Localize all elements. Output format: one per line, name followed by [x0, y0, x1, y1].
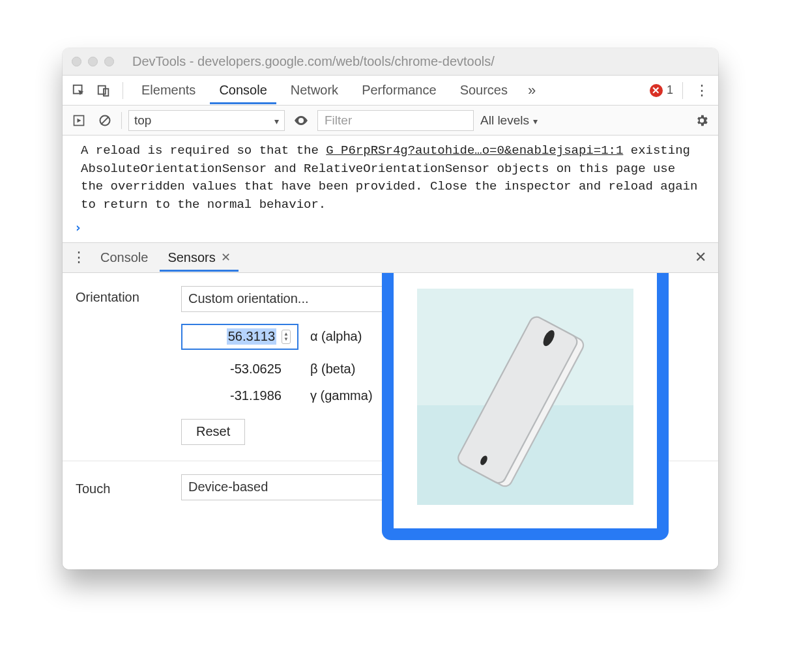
error-count: 1: [667, 83, 673, 97]
drawer: ⋮ Console Sensors ✕ ✕ Orientation Custom…: [63, 242, 718, 569]
chevron-down-icon: [274, 113, 279, 128]
error-badge[interactable]: ✕ 1: [650, 83, 673, 97]
drawer-tab-sensors[interactable]: Sensors ✕: [160, 244, 238, 272]
orientation-preview[interactable]: [417, 289, 633, 505]
console-output: A reload is required so that the G P6rpR…: [63, 136, 718, 242]
touch-select[interactable]: Device-based: [181, 474, 416, 500]
traffic-lights: [72, 57, 114, 66]
tab-elements[interactable]: Elements: [132, 76, 205, 104]
reset-button[interactable]: Reset: [181, 419, 245, 445]
drawer-tab-sensors-label: Sensors: [167, 250, 215, 265]
execute-icon[interactable]: [69, 111, 89, 130]
touch-value: Device-based: [188, 479, 268, 494]
divider: [682, 82, 683, 99]
tab-network[interactable]: Network: [282, 76, 347, 104]
live-expression-eye-icon[interactable]: [291, 111, 311, 130]
levels-label: All levels: [480, 113, 529, 128]
alpha-label: α (alpha): [310, 329, 362, 344]
touch-label: Touch: [76, 478, 167, 496]
log-levels-select[interactable]: All levels: [480, 113, 538, 128]
main-tabstrip: Elements Console Network Performance Sou…: [63, 76, 718, 106]
svg-line-5: [101, 117, 109, 124]
context-select[interactable]: top: [128, 110, 285, 131]
divider: [123, 82, 123, 99]
beta-label: β (beta): [310, 362, 355, 377]
console-message: A reload is required so that the G P6rpR…: [63, 139, 718, 216]
orientation-preset-value: Custom orientation...: [188, 291, 309, 306]
drawer-close-icon[interactable]: ✕: [695, 249, 706, 266]
traffic-min-icon[interactable]: [88, 57, 98, 66]
traffic-max-icon[interactable]: [104, 57, 114, 66]
settings-gear-icon[interactable]: [692, 111, 712, 130]
svg-rect-1: [98, 85, 106, 94]
devtools-window: DevTools - developers.google.com/web/too…: [63, 48, 718, 569]
orientation-label: Orientation: [76, 286, 167, 305]
msg-source-link[interactable]: G P6rpRSr4g?autohide…o=0&enablejsapi=1:1: [326, 143, 623, 158]
phone-model-icon[interactable]: [417, 289, 633, 505]
clear-console-icon[interactable]: [95, 111, 115, 130]
orientation-preview-highlight: [382, 273, 669, 540]
tab-console[interactable]: Console: [210, 76, 276, 104]
device-toggle-icon[interactable]: [94, 81, 113, 100]
divider: [121, 112, 122, 129]
console-prompt[interactable]: ›: [63, 216, 718, 242]
drawer-tab-console[interactable]: Console: [93, 244, 156, 272]
console-toolbar: top All levels: [63, 106, 718, 136]
close-icon[interactable]: ✕: [221, 250, 231, 265]
error-icon: ✕: [650, 84, 663, 97]
orientation-section: Orientation Custom orientation... 56.311…: [63, 273, 718, 461]
tab-performance[interactable]: Performance: [353, 76, 446, 104]
sensors-panel: Orientation Custom orientation... 56.311…: [63, 273, 718, 569]
gamma-input[interactable]: -31.1986: [181, 388, 298, 403]
kebab-menu-icon[interactable]: ⋮: [692, 81, 712, 100]
orientation-preset-select[interactable]: Custom orientation...: [181, 286, 416, 312]
tab-sources[interactable]: Sources: [451, 76, 517, 104]
filter-input[interactable]: [317, 110, 474, 131]
alpha-input[interactable]: 56.3113 ▲▼: [181, 324, 298, 350]
alpha-value: 56.3113: [227, 328, 276, 345]
inspect-icon[interactable]: [69, 81, 89, 100]
gamma-label: γ (gamma): [310, 388, 373, 403]
window-title: DevTools - developers.google.com/web/too…: [121, 54, 709, 69]
stepper-icon[interactable]: ▲▼: [282, 330, 291, 344]
traffic-close-icon[interactable]: [72, 57, 81, 66]
drawer-tabstrip: ⋮ Console Sensors ✕ ✕: [63, 243, 718, 273]
window-titlebar: DevTools - developers.google.com/web/too…: [63, 48, 718, 76]
beta-input[interactable]: -53.0625: [181, 362, 298, 377]
drawer-kebab-icon[interactable]: ⋮: [69, 248, 89, 267]
context-value: top: [134, 113, 151, 128]
tabs-overflow-icon[interactable]: »: [522, 81, 542, 100]
chevron-down-icon: [533, 113, 538, 128]
msg-pre: A reload is required so that the: [81, 143, 326, 158]
